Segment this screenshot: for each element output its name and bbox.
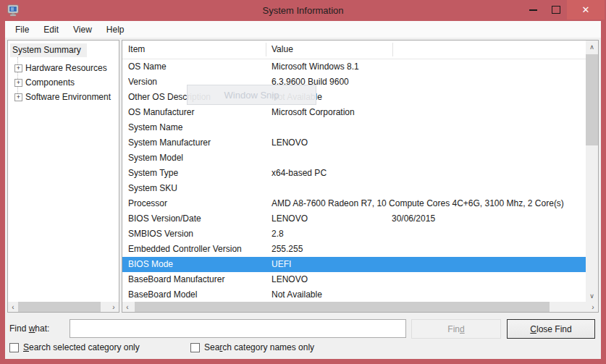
table-row[interactable]: System ManufacturerLENOVO	[122, 135, 586, 151]
row-value: Not Available	[272, 287, 584, 302]
scroll-right-icon[interactable]: ›	[109, 302, 119, 312]
scroll-left-icon[interactable]: ‹	[8, 302, 18, 312]
row-value: AMD A8-7600 Radeon R7, 10 Compute Cores …	[272, 196, 584, 211]
row-value: x64-based PC	[272, 166, 584, 181]
row-item: BIOS Version/Date	[128, 211, 269, 227]
checkbox-icon[interactable]	[9, 343, 19, 352]
search-category-names-checkbox[interactable]: Search category names only	[190, 342, 314, 352]
expand-plus-icon[interactable]: +	[14, 93, 22, 101]
row-value: LENOVO30/06/2015	[272, 211, 584, 227]
title-bar[interactable]: System Information ✕	[0, 0, 606, 21]
table-row-selected[interactable]: BIOS ModeUEFI	[122, 257, 586, 272]
close-icon: ✕	[582, 4, 590, 15]
table-row[interactable]: OS NameMicrosoft Windows 8.1	[122, 59, 586, 75]
window-title: System Information	[0, 0, 606, 21]
table-row[interactable]: BaseBoard ModelNot Available	[122, 287, 586, 302]
column-header-value[interactable]: Value	[272, 41, 293, 59]
column-divider[interactable]	[266, 43, 266, 56]
tree-item-system-summary[interactable]: System Summary	[10, 43, 87, 57]
row-item: BIOS Mode	[128, 257, 269, 272]
ghost-label: Window Snip	[224, 90, 279, 101]
window-controls: ✕	[522, 0, 605, 20]
row-value: LENOVO	[272, 135, 584, 151]
window-snip-ghost: Window Snip	[187, 85, 316, 105]
table-row[interactable]: OS ManufacturerMicrosoft Corporation	[122, 105, 586, 120]
scroll-up-icon[interactable]: ∧	[586, 41, 598, 53]
row-item: System Manufacturer	[128, 135, 269, 151]
menu-help[interactable]: Help	[99, 21, 132, 38]
tree-item-label: System Summary	[12, 45, 81, 55]
row-value: 255.255	[272, 242, 584, 257]
expand-plus-icon[interactable]: +	[14, 64, 22, 72]
maximize-button[interactable]	[544, 0, 567, 20]
checkbox-icon[interactable]	[190, 343, 200, 352]
row-item: OS Manufacturer	[128, 105, 269, 120]
list-horizontal-scrollbar[interactable]: ‹ ›	[122, 302, 598, 312]
row-item: Processor	[128, 196, 269, 211]
minimize-button[interactable]	[522, 0, 544, 20]
find-input[interactable]	[70, 319, 406, 338]
scroll-right-icon[interactable]: ›	[588, 302, 598, 312]
expand-plus-icon[interactable]: +	[14, 79, 22, 87]
row-value: Microsoft Windows 8.1	[272, 59, 584, 75]
list-vertical-scrollbar[interactable]: ∧ ∨	[586, 41, 598, 302]
menu-bar: File Edit View Help	[5, 21, 601, 38]
table-row[interactable]: System Typex64-based PC	[122, 166, 586, 181]
column-divider[interactable]	[392, 43, 393, 56]
row-value: 2.8	[272, 227, 584, 242]
close-find-button[interactable]: Close Find	[507, 319, 595, 339]
find-button[interactable]: Find	[411, 319, 501, 339]
table-row[interactable]: Embedded Controller Version255.255	[122, 242, 586, 257]
row-item: System Name	[128, 120, 269, 135]
row-value: UEFI	[272, 257, 584, 272]
tree-connector-line	[17, 57, 18, 96]
tree-item-label: Hardware Resources	[25, 62, 107, 74]
category-tree: System Summary + Hardware Resources + Co…	[7, 40, 119, 313]
menu-edit[interactable]: Edit	[36, 21, 66, 38]
row-item: OS Name	[128, 59, 269, 75]
table-row[interactable]: BIOS Version/DateLENOVO30/06/2015	[122, 211, 586, 227]
table-row[interactable]: System Name	[122, 120, 586, 135]
search-selected-category-checkbox[interactable]: Search selected category only	[9, 342, 140, 352]
scroll-left-icon[interactable]: ‹	[122, 302, 132, 312]
row-item: BaseBoard Manufacturer	[128, 272, 269, 287]
close-button[interactable]: ✕	[567, 0, 605, 20]
checkbox-label: Search category names only	[204, 342, 314, 352]
table-row[interactable]: BaseBoard ManufacturerLENOVO	[122, 272, 586, 287]
maximize-icon	[552, 6, 560, 14]
row-item: System SKU	[128, 181, 269, 196]
list-header: Item Value	[122, 41, 586, 59]
row-value: LENOVO	[272, 272, 584, 287]
tree-horizontal-scrollbar[interactable]: ‹ ›	[8, 302, 119, 312]
menu-view[interactable]: View	[66, 21, 99, 38]
row-item: System Model	[128, 151, 269, 166]
scroll-down-icon[interactable]: ∨	[586, 289, 598, 302]
row-value: Not Available	[272, 90, 584, 105]
row-item: System Type	[128, 166, 269, 181]
column-header-item[interactable]: Item	[128, 41, 145, 59]
checkbox-label: Search selected category only	[23, 342, 140, 352]
minimize-icon	[529, 9, 537, 11]
details-list: Item Value OS NameMicrosoft Windows 8.1 …	[122, 40, 599, 313]
table-row[interactable]: System SKU	[122, 181, 586, 196]
find-what-label: Find what:	[9, 323, 49, 334]
scrollbar-thumb[interactable]	[135, 302, 550, 312]
row-value: 6.3.9600 Build 9600	[272, 75, 584, 90]
row-value: Microsoft Corporation	[272, 105, 584, 120]
scrollbar-thumb[interactable]	[18, 302, 101, 312]
table-row[interactable]: System Model	[122, 151, 586, 166]
row-item: BaseBoard Model	[128, 287, 269, 302]
menu-file[interactable]: File	[8, 21, 36, 38]
tree-item-label: Software Environment	[25, 91, 111, 103]
table-row[interactable]: ProcessorAMD A8-7600 Radeon R7, 10 Compu…	[122, 196, 586, 211]
row-item: SMBIOS Version	[128, 227, 269, 242]
system-information-window: System Information ✕ File Edit View Help…	[0, 0, 606, 364]
tree-item-label: Components	[25, 77, 75, 88]
table-row[interactable]: SMBIOS Version2.8	[122, 227, 586, 242]
row-item: Embedded Controller Version	[128, 242, 269, 257]
scrollbar-thumb[interactable]	[586, 54, 598, 145]
